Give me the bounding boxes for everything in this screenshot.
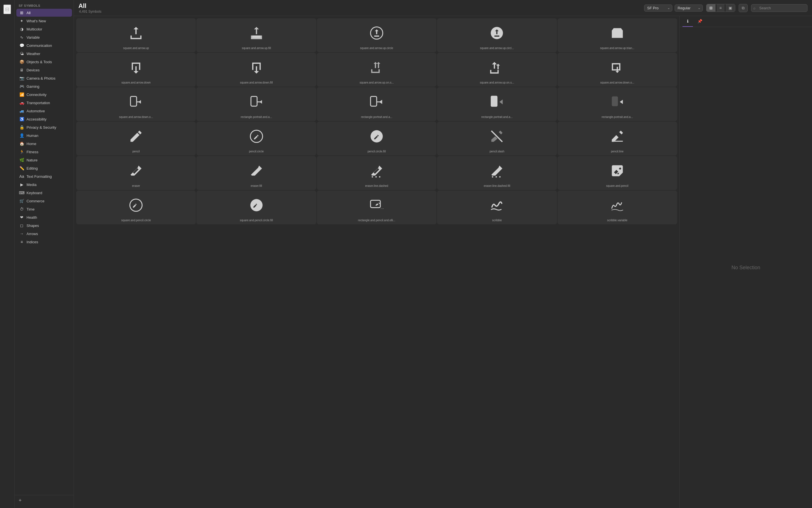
symbol-name: square.and.pencil.circle.fill xyxy=(240,218,273,222)
sidebar-item-icon-variable: ∿ xyxy=(19,35,24,40)
svg-text:…: … xyxy=(380,206,384,210)
sidebar-item-camera-photos[interactable]: 📷 Camera & Photos xyxy=(16,74,72,82)
split-view-button[interactable]: ⧉ xyxy=(739,4,748,12)
sidebar-item-weather[interactable]: 🌤 Weather xyxy=(16,50,72,57)
sidebar-item-fitness[interactable]: 🏃 Fitness xyxy=(16,148,72,156)
sidebar-item-keyboard[interactable]: ⌨ Keyboard xyxy=(16,189,72,197)
symbol-name: eraser xyxy=(132,184,140,188)
symbol-cell[interactable]: rectangle.portrait.and.a... xyxy=(557,87,677,121)
gallery-view-button[interactable]: ▣ xyxy=(726,4,735,11)
add-category-button[interactable]: + xyxy=(18,498,22,503)
grid-view-button[interactable]: ⊞ xyxy=(707,4,716,11)
symbol-cell[interactable]: pencil.circle xyxy=(196,122,316,156)
symbol-cell[interactable]: square.and.pencil.circle.fill xyxy=(196,190,316,224)
symbol-cell[interactable]: eraser.line.dashed.fill xyxy=(437,156,557,190)
list-view-button[interactable]: ≡ xyxy=(717,4,725,11)
symbol-cell[interactable]: rectangle.portrait.and.a... xyxy=(437,87,557,121)
sidebar-item-icon-nature: 🌿 xyxy=(19,158,24,163)
symbol-cell[interactable]: eraser.line.dashed xyxy=(317,156,437,190)
sidebar-item-label-health: Health xyxy=(27,215,37,220)
symbol-name: pencil.circle.fill xyxy=(368,150,386,153)
symbol-cell[interactable]: square.and.arrow.up.trian... xyxy=(557,18,677,52)
symbol-name: square.and.arrow.down.o... xyxy=(119,115,153,119)
sidebar-item-variable[interactable]: ∿ Variable xyxy=(16,33,72,41)
sidebar-item-label-communication: Communication xyxy=(27,43,52,48)
sidebar-item-label-privacy-security: Privacy & Security xyxy=(27,125,56,130)
sidebar-item-label-fitness: Fitness xyxy=(27,150,38,154)
sidebar-item-human[interactable]: 👤 Human xyxy=(16,131,72,139)
sidebar-item-indices[interactable]: ≡ Indices xyxy=(16,238,72,246)
symbol-cell[interactable]: square.and.arrow.down.o... xyxy=(557,53,677,87)
sidebar-item-health[interactable]: ❤ Health xyxy=(16,213,72,221)
sidebar-toggle-button[interactable]: ⊟ xyxy=(3,4,11,14)
sidebar-item-whats-new[interactable]: ✦ What's New xyxy=(16,17,72,25)
sidebar-item-multicolor[interactable]: ◑ Multicolor xyxy=(16,25,72,33)
symbol-icon xyxy=(129,22,143,44)
sidebar-item-communication[interactable]: 💬 Communication xyxy=(16,41,72,49)
sidebar-item-time[interactable]: ⏱ Time xyxy=(16,205,72,213)
symbol-cell[interactable]: eraser xyxy=(76,156,196,190)
sidebar-item-automotive[interactable]: 🚙 Automotive xyxy=(16,107,72,115)
symbol-cell[interactable]: rectangle.portrait.and.a... xyxy=(196,87,316,121)
sidebar-item-all[interactable]: ⊞ All xyxy=(16,9,72,17)
symbol-cell[interactable]: square.and.arrow.up xyxy=(76,18,196,52)
sidebar-item-devices[interactable]: 🖥 Devices xyxy=(16,66,72,74)
symbol-name: square.and.pencil xyxy=(606,184,628,188)
symbol-cell[interactable]: pencil.circle.fill xyxy=(317,122,437,156)
sidebar-item-icon-all: ⊞ xyxy=(19,10,24,15)
symbol-cell[interactable]: square.and.arrow.up.on.s... xyxy=(317,53,437,87)
symbol-cell[interactable]: pencil.line xyxy=(557,122,677,156)
symbol-cell[interactable]: scribble.variable xyxy=(557,190,677,224)
symbol-cell[interactable]: square.and.arrow.up.fill xyxy=(196,18,316,52)
font-select[interactable]: SF Pro xyxy=(644,4,672,11)
sidebar-item-icon-privacy-security: 🔒 xyxy=(19,125,24,130)
sidebar-item-connectivity[interactable]: 📶 Connectivity xyxy=(16,91,72,98)
sidebar-item-label-variable: Variable xyxy=(27,35,40,40)
sidebar-item-arrows[interactable]: → Arrows xyxy=(16,230,72,238)
symbol-cell[interactable]: square.and.arrow.up.circle xyxy=(317,18,437,52)
symbol-name: rectangle.portrait.and.a... xyxy=(241,115,272,119)
symbol-name: rectangle.and.pencil.and.elli... xyxy=(358,218,395,222)
sidebar-item-gaming[interactable]: 🎮 Gaming xyxy=(16,82,72,90)
sidebar-item-accessibility[interactable]: ♿ Accessibility xyxy=(16,115,72,123)
sidebar-item-icon-fitness: 🏃 xyxy=(19,149,24,154)
symbol-cell[interactable]: square.and.arrow.up.on.s... xyxy=(437,53,557,87)
sidebar-item-nature[interactable]: 🌿 Nature xyxy=(16,156,72,164)
symbol-icon xyxy=(369,160,384,182)
sidebar-item-home[interactable]: 🏠 Home xyxy=(16,140,72,147)
symbol-cell[interactable]: scribble xyxy=(437,190,557,224)
symbol-cell[interactable]: square.and.pencil xyxy=(557,156,677,190)
symbol-cell[interactable]: pencil.slash xyxy=(437,122,557,156)
detail-tab-pin[interactable]: 📌 xyxy=(693,16,707,27)
detail-tab-info[interactable]: ℹ xyxy=(682,16,693,27)
symbol-name: rectangle.portrait.and.a... xyxy=(361,115,392,119)
symbol-name: square.and.arrow.up.trian... xyxy=(600,46,635,50)
symbol-icon xyxy=(610,160,625,182)
sidebar-item-commerce[interactable]: 🛒 Commerce xyxy=(16,197,72,205)
sidebar-item-shapes[interactable]: ◻ Shapes xyxy=(16,221,72,229)
sidebar-item-transportation[interactable]: 🚗 Transportation xyxy=(16,99,72,107)
sidebar-item-icon-keyboard: ⌨ xyxy=(19,190,24,195)
symbol-icon xyxy=(490,160,504,182)
symbol-icon xyxy=(129,194,143,216)
symbol-cell[interactable]: pencil xyxy=(76,122,196,156)
sidebar-item-icon-accessibility: ♿ xyxy=(19,117,24,122)
toolbar-left: All 4,491 Symbols xyxy=(79,2,641,13)
symbol-cell[interactable]: eraser.fill xyxy=(196,156,316,190)
sidebar-item-editing[interactable]: ✏️ Editing xyxy=(16,164,72,172)
symbol-icon xyxy=(490,91,504,113)
symbol-cell[interactable]: square.and.arrow.up.circl... xyxy=(437,18,557,52)
symbol-cell[interactable]: square.and.arrow.down.o... xyxy=(76,87,196,121)
sidebar-item-icon-commerce: 🛒 xyxy=(19,199,24,204)
symbol-cell[interactable]: rectangle.portrait.and.a... xyxy=(317,87,437,121)
symbol-cell[interactable]: square.and.pencil.circle xyxy=(76,190,196,224)
sidebar-item-privacy-security[interactable]: 🔒 Privacy & Security xyxy=(16,123,72,131)
search-input[interactable] xyxy=(751,4,808,12)
sidebar-item-objects-tools[interactable]: 📦 Objects & Tools xyxy=(16,58,72,66)
symbol-cell[interactable]: … rectangle.and.pencil.and.elli... xyxy=(317,190,437,224)
sidebar-item-text-formatting[interactable]: Aa Text Formatting xyxy=(16,172,72,180)
symbol-cell[interactable]: square.and.arrow.down xyxy=(76,53,196,87)
weight-select[interactable]: Regular xyxy=(675,4,703,11)
symbol-cell[interactable]: square.and.arrow.down.fill xyxy=(196,53,316,87)
sidebar-item-media[interactable]: ▶ Media xyxy=(16,181,72,188)
